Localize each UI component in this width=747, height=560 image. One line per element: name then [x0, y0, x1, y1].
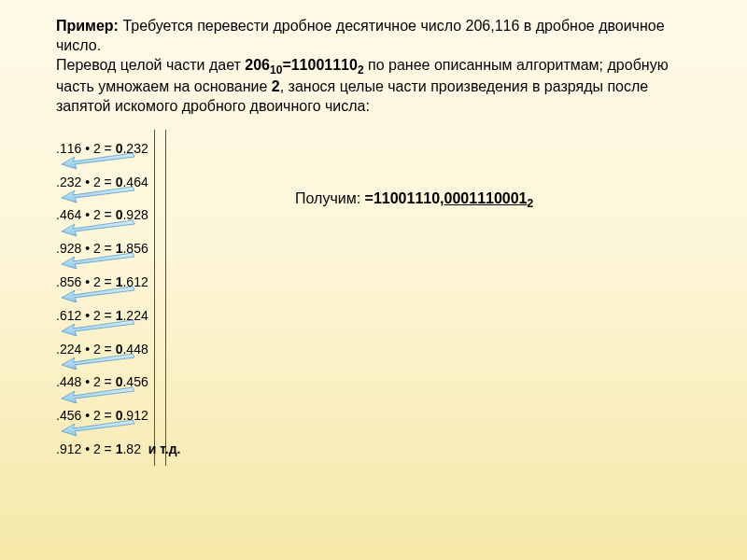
base-two: 2 [272, 78, 280, 94]
calc-right: .912 [122, 408, 148, 423]
result-line: Получим: =11001110,00011100012 [295, 190, 533, 210]
intro-text-2a: Перевод целой части дает [56, 57, 245, 73]
calc-left: .612 • 2 = [56, 308, 116, 323]
calculation-area: .116 • 2 = 0.232 .232 • 2 = 0.464 .464 •… [56, 132, 691, 466]
calc-right: .224 [122, 308, 148, 323]
calc-right: .456 [122, 374, 148, 389]
intro-text-1: Требуется перевести дробное десятичное ч… [56, 18, 665, 53]
result-int: 11001110 [374, 190, 440, 206]
int-bin-sub: 2 [358, 63, 364, 77]
calc-right: .612 [122, 274, 148, 289]
calc-left: .224 • 2 = [56, 342, 116, 357]
calc-left: .912 • 2 = [56, 441, 116, 456]
eq-sign: = [282, 57, 290, 73]
example-label: Пример: [56, 18, 119, 34]
calc-right: .856 [122, 241, 148, 256]
calc-row: .856 • 2 = 1.612 [56, 265, 691, 299]
calc-row: .116 • 2 = 0.232 [56, 132, 691, 165]
result-frac: 0001110001 [444, 190, 528, 206]
calc-row: .224 • 2 = 0.448 [56, 332, 691, 366]
calc-left: .464 • 2 = [56, 207, 116, 222]
calc-left: .448 • 2 = [56, 374, 116, 389]
result-eq: = [365, 190, 374, 206]
example-header: Пример: Требуется перевести дробное деся… [56, 17, 691, 117]
calc-right: .232 [122, 141, 148, 156]
calc-left: .856 • 2 = [56, 274, 116, 289]
calc-row: .456 • 2 = 0.912 [56, 399, 691, 432]
calc-left: .232 • 2 = [56, 175, 116, 189]
calc-right: .464 [122, 175, 148, 189]
calc-left: .456 • 2 = [56, 408, 116, 423]
int-dec: 206 [245, 57, 270, 73]
calc-right: .928 [122, 207, 148, 222]
result-sub: 2 [528, 197, 534, 210]
calc-row: .912 • 2 = 1.82 и т.д. [56, 432, 691, 466]
etc-text: и т.д. [141, 441, 181, 456]
calc-left: .928 • 2 = [56, 241, 116, 256]
calc-row: .612 • 2 = 1.224 [56, 299, 691, 332]
calc-row: .448 • 2 = 0.456 [56, 366, 691, 399]
result-label: Получим: [295, 190, 365, 206]
calc-row: .928 • 2 = 1.856 [56, 231, 691, 265]
calc-right: .448 [122, 342, 148, 357]
calc-left: .116 • 2 = [56, 141, 116, 156]
int-bin: 11001110 [291, 57, 358, 73]
calc-right: .82 [122, 441, 140, 456]
int-dec-sub: 10 [270, 63, 282, 77]
